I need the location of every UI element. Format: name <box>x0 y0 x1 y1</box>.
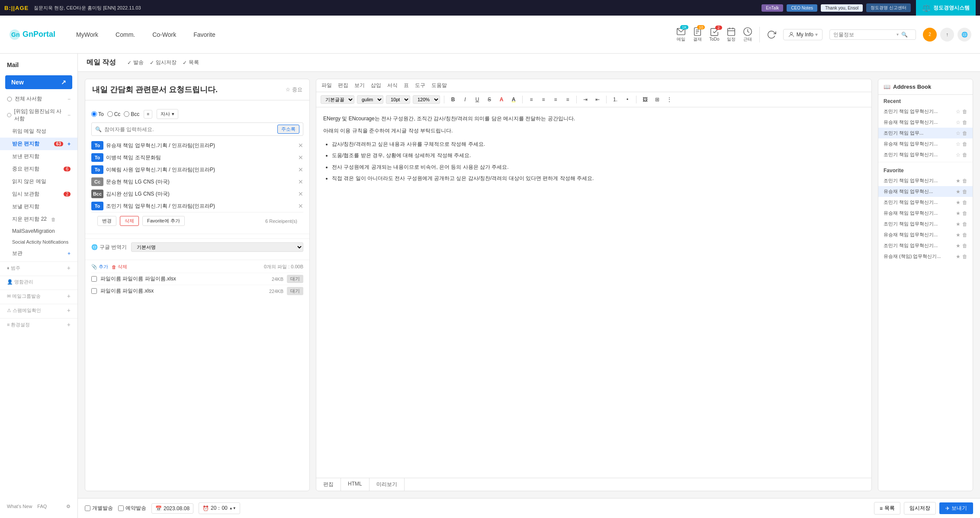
editor-menu-item[interactable]: 파일 <box>321 82 332 89</box>
company-dropdown[interactable]: 자사 ▾ <box>157 109 178 119</box>
align-right-button[interactable]: ≡ <box>551 95 560 104</box>
sidebar-item-outbox[interactable]: 보낼 편지함 <box>0 200 77 213</box>
recent-addr-item[interactable]: 유승재 책임 업무혁신기... ☆ 🗑 <box>878 138 973 149</box>
search-input[interactable] <box>833 32 894 38</box>
sidebar-item-delegated-compose[interactable]: 위임 메일 작성 <box>0 125 77 138</box>
translate-dropdown[interactable]: 기본서명 <box>131 242 303 252</box>
favorite-addr-item[interactable]: 조민기 책임 업무혁신기... ★ 🗑 <box>878 240 973 251</box>
star-addr-icon[interactable]: ☆ <box>956 119 961 125</box>
nav-refresh[interactable] <box>767 30 776 39</box>
delete-fav-icon[interactable]: 🗑 <box>962 210 967 216</box>
address-book-button[interactable]: 주소록 <box>277 125 299 134</box>
nav-mywork[interactable]: MyWork <box>73 29 102 40</box>
time-spinner[interactable]: ▲▼ <box>229 507 236 510</box>
upload-avatar[interactable]: ↑ <box>940 28 954 42</box>
delete-fav-icon[interactable]: 🗑 <box>962 178 967 184</box>
star-fav-icon[interactable]: ★ <box>956 189 961 195</box>
nav-todo-icon[interactable]: 2 ToDo <box>709 27 719 42</box>
delete-fav-icon[interactable]: 🗑 <box>962 199 967 206</box>
delete-button[interactable]: 삭제 <box>120 216 139 226</box>
notification-avatar[interactable]: 2 <box>923 28 937 42</box>
star-addr-icon[interactable]: ☆ <box>956 130 961 136</box>
favorite-add-button[interactable]: Favorite에 추가 <box>142 216 185 226</box>
more-button[interactable]: ⋮ <box>665 95 674 104</box>
zoom-select[interactable]: 120% <box>413 95 440 104</box>
outdent-button[interactable]: ⇤ <box>593 95 602 104</box>
sidebar-item-important[interactable]: 중요 편지함 6 <box>0 163 77 175</box>
sidebar-item-sent[interactable]: 보낸 편지함 <box>0 150 77 163</box>
sidebar-item-all[interactable]: 전체 사서함 − <box>0 93 77 105</box>
sidebar-item-archive[interactable]: 보관 + <box>0 247 77 260</box>
recipient-option-icon[interactable]: ≡ <box>144 110 152 119</box>
image-button[interactable]: 🖼 <box>640 95 650 104</box>
delete-fav-icon[interactable]: 🗑 <box>962 232 967 238</box>
star-fav-icon[interactable]: ★ <box>956 232 961 238</box>
ceonotes-button[interactable]: CEO Notes <box>787 4 817 12</box>
important-button[interactable]: ☆ 중요 <box>286 86 302 93</box>
delete-fav-icon[interactable]: 🗑 <box>962 243 967 249</box>
editor-menu-item[interactable]: 삽입 <box>371 82 381 89</box>
delete-addr-icon[interactable]: 🗑 <box>962 130 967 136</box>
radio-cc[interactable]: Cc <box>107 111 121 117</box>
underline-button[interactable]: U <box>472 95 482 104</box>
editor-menu-item[interactable]: 도움말 <box>431 82 447 89</box>
star-fav-icon[interactable]: ★ <box>956 254 961 260</box>
date-picker[interactable]: 📅 2023.08.08 <box>151 503 193 514</box>
nav-mail-icon[interactable]: 1K 메일 <box>676 27 686 42</box>
font-family-select[interactable]: 기본글꼴 <box>321 95 354 104</box>
indent-button[interactable]: ⇥ <box>581 95 590 104</box>
delete-addr-icon[interactable]: 🗑 <box>962 141 967 147</box>
editor-menu-item[interactable]: 표 <box>404 82 409 89</box>
favorite-addr-item[interactable]: 유승재 (책임) 업무혁신기... ★ 🗑 <box>878 251 973 262</box>
editor-content[interactable]: ENergy 및 ENcourage는 전사 구성원간, 조직간 감사/칭찬/격… <box>316 107 871 478</box>
favorite-addr-item[interactable]: 조민기 책임 업무혁신기... ★ 🗑 <box>878 219 973 229</box>
file-wait-button[interactable]: 대기 <box>287 275 303 283</box>
editor-menu-item[interactable]: 편집 <box>338 82 348 89</box>
attach-delete-btn[interactable]: 🗑 삭제 <box>112 264 127 270</box>
send-action[interactable]: ✓ 발송 <box>127 59 144 66</box>
settings-icon[interactable]: ⚙ <box>66 504 71 509</box>
recipient-search-row[interactable]: 🔍 주소록 <box>91 122 303 136</box>
delete-fav-icon[interactable]: 🗑 <box>962 221 967 227</box>
italic-button[interactable]: I <box>460 95 470 104</box>
recipient-remove-button[interactable]: ✕ <box>298 178 303 185</box>
star-fav-icon[interactable]: ★ <box>956 221 961 227</box>
recent-addr-item[interactable]: 조민기 책임 업무혁신기... ☆ 🗑 <box>878 106 973 117</box>
favorite-addr-item[interactable]: 조민기 책임 업무혁신기... ★ 🗑 <box>878 197 973 208</box>
star-fav-icon[interactable]: ★ <box>956 178 961 184</box>
recent-addr-item[interactable]: 조민기 책임 업무혁신기... ☆ 🗑 <box>878 149 973 160</box>
recipient-remove-button[interactable]: ✕ <box>298 190 303 197</box>
sidebar-item-unread[interactable]: 읽지 않은 메일 <box>0 175 77 188</box>
nav-myinfo[interactable]: My Info ▾ <box>783 29 823 40</box>
font-size-select[interactable]: 10pt <box>386 95 410 104</box>
sidebar-item-delegated[interactable]: [위임] 임원진님의 사서함 − <box>0 105 77 125</box>
search-dropdown[interactable]: ▾ <box>896 32 899 37</box>
highlight-button[interactable]: A <box>509 95 518 104</box>
star-addr-icon[interactable]: ☆ <box>956 109 961 115</box>
nav-cowork[interactable]: Co-Work <box>149 29 180 40</box>
star-addr-icon[interactable]: ☆ <box>956 141 961 147</box>
sidebar-item-migration[interactable]: MailSaveMigration <box>0 225 77 237</box>
globe-avatar[interactable]: 🌐 <box>958 28 971 42</box>
sidebar-item-trash[interactable]: 지운 편지함 22 🗑 <box>0 213 77 225</box>
sidebar-section-settings[interactable]: ≡ 환경설정 + <box>0 318 77 331</box>
time-picker[interactable]: ⏰ 20：00 ▲▼ <box>199 502 240 514</box>
radio-bcc[interactable]: Bcc <box>124 111 139 117</box>
recipient-remove-button[interactable]: ✕ <box>298 203 303 209</box>
entalk-button[interactable]: EnTalk <box>762 4 783 12</box>
editor-footer-tab[interactable]: 편집 <box>316 478 341 491</box>
temp-save-button[interactable]: 임시저장 <box>904 502 936 515</box>
delete-addr-icon[interactable]: 🗑 <box>962 119 967 125</box>
file-wait-button[interactable]: 대기 <box>287 287 303 295</box>
recent-addr-item[interactable]: 유승재 책임 업무혁신기... ☆ 🗑 <box>878 117 973 128</box>
table-button[interactable]: ⊞ <box>652 95 662 104</box>
star-fav-icon[interactable]: ★ <box>956 210 961 216</box>
new-button[interactable]: New ↗ <box>5 75 72 89</box>
recipient-remove-button[interactable]: ✕ <box>298 166 303 173</box>
nav-favorite[interactable]: Favorite <box>190 29 219 40</box>
editor-footer-tab[interactable]: 미리보기 <box>370 478 405 491</box>
nav-recent-icon[interactable]: 근태 <box>743 27 752 42</box>
editor-menu-item[interactable]: 도구 <box>415 82 425 89</box>
sidebar-item-social[interactable]: Social Acticity Notifications <box>0 237 77 247</box>
unordered-list-button[interactable]: • <box>623 95 632 104</box>
